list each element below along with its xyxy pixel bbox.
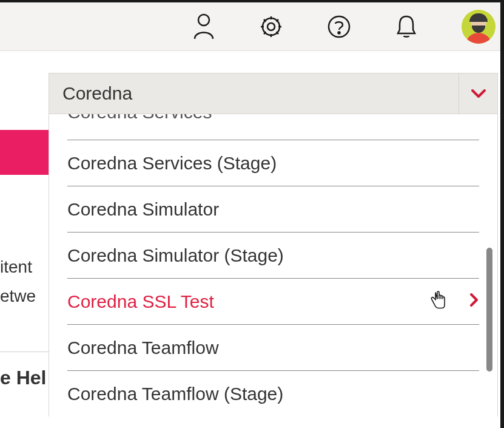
- chevron-right-icon: [469, 291, 479, 312]
- dropdown-toggle[interactable]: [459, 73, 497, 114]
- avatar[interactable]: [462, 10, 496, 44]
- svg-point-1: [267, 23, 275, 30]
- svg-point-2: [263, 18, 280, 35]
- list-item[interactable]: Coredna Simulator: [67, 186, 479, 232]
- dropdown-selected-label: Coredna: [62, 83, 132, 104]
- list-item[interactable]: Coredna Services: [67, 114, 479, 140]
- left-strip: itent etwe e Hel: [0, 51, 49, 428]
- dropdown-list: Coredna Services Coredna Services (Stage…: [49, 114, 498, 416]
- list-item[interactable]: Coredna Teamflow: [67, 324, 479, 370]
- background-text: itent: [0, 257, 49, 277]
- svg-point-0: [198, 15, 209, 25]
- dropdown-container: Coredna Coredna Services Coredna Service…: [49, 51, 504, 428]
- list-item-label: Coredna Teamflow: [67, 338, 219, 358]
- gear-icon[interactable]: [259, 15, 283, 39]
- person-icon[interactable]: [192, 13, 215, 40]
- active-sidebar-indicator: [0, 130, 49, 175]
- list-item-label: Coredna SSL Test: [67, 291, 214, 312]
- list-item-highlighted[interactable]: Coredna SSL Test: [67, 278, 479, 324]
- window-edge: [500, 0, 504, 428]
- bell-icon[interactable]: [395, 14, 418, 39]
- content-area: itent etwe e Hel Coredna Coredna Service…: [0, 51, 504, 428]
- background-text: etwe: [0, 287, 49, 306]
- svg-point-4: [338, 32, 340, 33]
- help-icon[interactable]: [327, 15, 351, 39]
- list-item-label: Coredna Simulator: [67, 199, 219, 220]
- list-item[interactable]: Coredna Teamflow (Stage): [67, 370, 479, 416]
- list-item[interactable]: Coredna Simulator (Stage): [67, 232, 479, 278]
- top-toolbar: [0, 0, 504, 51]
- background-divider: [0, 352, 49, 352]
- dropdown-selected[interactable]: Coredna: [49, 73, 498, 114]
- scrollbar-thumb[interactable]: [486, 248, 492, 372]
- list-item-label: Coredna Services: [67, 114, 212, 123]
- chevron-down-icon: [470, 88, 487, 99]
- list-item[interactable]: Coredna Services (Stage): [67, 140, 479, 186]
- background-text: e Hel: [0, 367, 49, 389]
- list-item-label: Coredna Services (Stage): [67, 153, 277, 174]
- cursor-hand-icon: [429, 289, 446, 314]
- list-item-label: Coredna Teamflow (Stage): [67, 384, 283, 404]
- list-item-label: Coredna Simulator (Stage): [67, 245, 284, 266]
